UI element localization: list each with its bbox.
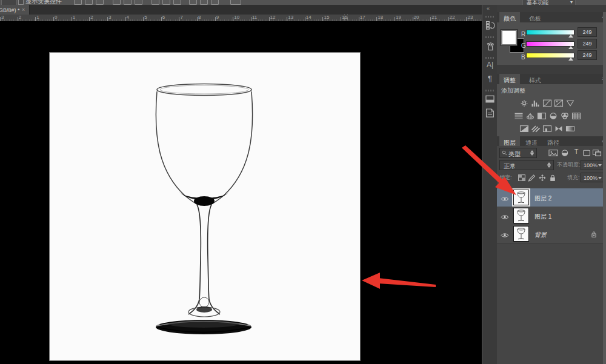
visibility-eye-icon[interactable] [501,194,509,205]
close-icon[interactable]: × [22,7,25,13]
distribute-bottom-icon[interactable] [173,0,181,5]
options-bar: 显示变换控件 基本功能 ▾ [0,0,606,5]
photo-filter-icon[interactable] [548,111,559,119]
levels-icon[interactable] [530,99,541,107]
tab-color[interactable]: 颜色 [499,12,520,22]
align-vcenter-icon[interactable] [85,0,93,5]
visibility-eye-icon[interactable] [501,230,509,241]
history-icon[interactable] [484,19,496,31]
tab-channels[interactable]: 通道 [521,136,542,147]
blend-mode-dropdown[interactable]: 正常 [499,160,554,170]
tab-paths[interactable]: 路径 [543,136,564,147]
brightness-contrast-icon[interactable] [519,99,530,107]
channel-g-value[interactable]: 249 [578,39,597,48]
color-lookup-icon[interactable] [571,111,582,119]
tab-layers[interactable]: 图层 [499,136,520,147]
filter-kind-updown-icon [530,150,534,156]
opacity-label: 不透明度: [557,162,581,168]
layer-row-layer2[interactable]: 图层 2 [497,188,603,207]
channel-r-slider-handle[interactable] [568,35,573,38]
layer-name: 背景 [534,231,547,239]
align-hcenter-icon[interactable] [124,0,132,5]
lock-position-icon[interactable] [537,173,548,181]
layer-row-layer1[interactable]: 图层 1 [497,207,603,225]
character-panel-icon[interactable]: A| [484,61,496,72]
threshold-icon[interactable] [542,124,553,132]
document-tab-bar: GB/8#) * × [0,5,482,15]
paragraph-panel-icon[interactable]: ¶ [484,74,496,85]
ruler-major-tick [322,17,323,21]
curves-icon[interactable] [542,99,553,107]
tab-swatches[interactable]: 色板 [525,12,545,22]
dock-grip[interactable] [485,36,494,38]
tool-preset-dropdown[interactable] [1,0,17,5]
dock-grip[interactable] [485,57,494,59]
channel-b-value[interactable]: 249 [578,50,597,60]
fill-dropdown[interactable]: 100% [581,173,604,182]
filter-type-layers-icon[interactable]: T [571,148,582,156]
workspace-switcher[interactable]: 基本功能 ▾ [522,0,576,5]
invert-icon[interactable] [519,124,530,132]
document-canvas[interactable] [50,53,360,360]
auto-align-icon[interactable] [230,0,241,5]
hue-saturation-icon[interactable] [513,111,524,119]
panel-scrollbar[interactable] [603,12,606,364]
layer-thumbnail[interactable] [514,208,528,223]
layer-thumbnail[interactable] [514,227,528,241]
channel-r-value[interactable]: 249 [578,27,597,37]
lock-transparency-icon[interactable] [516,173,527,181]
layer-filter-kind-dropdown[interactable]: 类型 [499,148,537,158]
distribute-left-icon[interactable] [189,0,197,5]
canvas-area[interactable] [0,21,482,364]
color-balance-icon[interactable] [525,111,536,119]
dock-grip[interactable] [485,16,494,18]
ruler-tick-label: 3 [1,15,4,20]
layers-panel-header: 图层 通道 路径 ≡ [497,136,606,147]
black-white-icon[interactable] [536,111,547,119]
posterize-icon[interactable] [530,124,541,132]
exposure-icon[interactable] [553,99,564,107]
layer-row-background[interactable]: 背景 [497,225,603,243]
distribute-vcenter-icon[interactable] [162,0,170,5]
tab-styles[interactable]: 样式 [525,74,545,84]
align-bottom-icon[interactable] [96,0,104,5]
align-right-icon[interactable] [135,0,142,5]
document-tab[interactable]: GB/8#) * × [0,5,30,15]
visibility-eye-icon[interactable] [501,212,509,223]
channel-g-slider-handle[interactable] [568,46,573,49]
notes-icon[interactable] [484,107,496,119]
align-top-icon[interactable] [74,0,82,5]
channel-mixer-icon[interactable] [559,111,570,119]
gesture-hand-icon[interactable] [484,40,496,51]
distribute-top-icon[interactable] [152,0,159,5]
align-left-icon[interactable] [113,0,121,5]
layer-thumbnail[interactable] [514,190,528,205]
filter-adjustment-layers-icon[interactable] [559,148,570,156]
channel-g-label: G [521,42,526,49]
filter-shape-layers-icon[interactable] [581,148,592,156]
foreground-color-swatch[interactable] [501,30,517,45]
dock-grip[interactable] [485,90,494,91]
channel-b-slider[interactable] [526,53,574,58]
panel-dock: « A| ¶ [482,5,498,364]
channel-b-slider-handle[interactable] [568,58,573,61]
gradient-map-icon[interactable] [565,124,576,132]
tab-adjustments[interactable]: 调整 [499,74,520,84]
ruler-major-tick [35,17,36,21]
channel-r-slider[interactable] [526,30,574,35]
channel-g-slider[interactable] [526,41,574,47]
lock-all-icon[interactable] [547,173,558,181]
lock-pixels-brush-icon[interactable] [527,173,538,181]
distribute-hcenter-icon[interactable] [200,0,208,5]
distribute-right-icon[interactable] [211,0,219,5]
filter-pixel-layers-icon[interactable] [548,148,559,156]
opacity-dropdown[interactable]: 100% [581,160,604,170]
ruler-tick-label: 3 [108,15,111,20]
ruler-tick-label: 9 [216,15,219,20]
collapse-dock-icon[interactable]: « [487,6,490,12]
layer-comps-icon[interactable] [484,93,496,105]
vibrance-icon[interactable] [565,99,576,107]
filter-smart-objects-icon[interactable] [591,148,602,156]
show-transform-checkbox[interactable] [18,0,24,5]
selective-color-icon[interactable] [553,124,564,132]
